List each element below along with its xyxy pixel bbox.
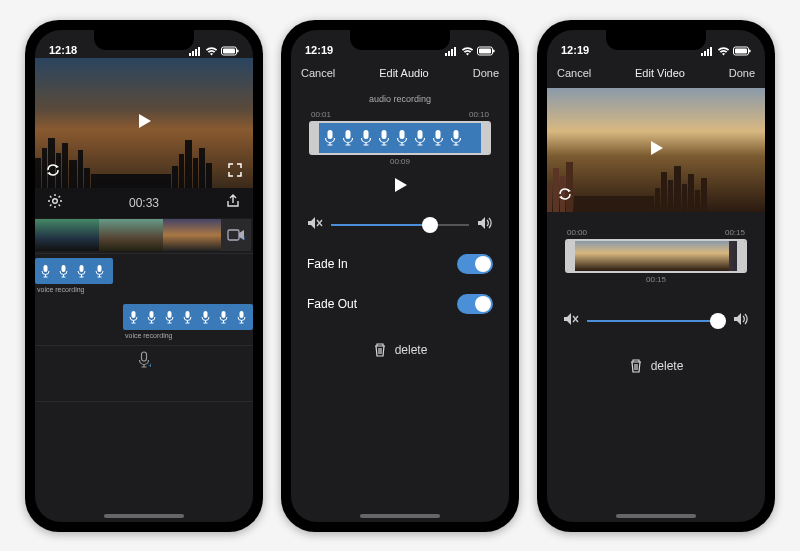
- trim-current-time: 00:09: [309, 155, 491, 166]
- mic-icon: [161, 310, 177, 324]
- skyline-art: [547, 158, 765, 212]
- video-trim-bar[interactable]: [565, 239, 747, 273]
- svg-rect-31: [735, 48, 747, 53]
- fade-out-row: Fade Out: [291, 284, 509, 324]
- clip-thumb[interactable]: [99, 219, 131, 251]
- cancel-button[interactable]: Cancel: [301, 67, 335, 79]
- add-audio-icon[interactable]: +: [35, 346, 253, 374]
- video-track[interactable]: +: [35, 218, 253, 254]
- share-icon[interactable]: [225, 193, 241, 212]
- notch: [94, 30, 194, 50]
- clip-thumb[interactable]: [195, 219, 221, 251]
- trash-icon: [373, 342, 387, 358]
- trim-start-time: 00:00: [567, 228, 587, 237]
- delete-label: delete: [651, 359, 684, 373]
- delete-button[interactable]: delete: [547, 340, 765, 392]
- audio-clip-2[interactable]: [123, 304, 253, 330]
- notch: [350, 30, 450, 50]
- mic-icon: [323, 129, 337, 147]
- mic-icon: [413, 129, 427, 147]
- delete-label: delete: [395, 343, 428, 357]
- duration-label: 00:33: [129, 196, 159, 210]
- done-button[interactable]: Done: [473, 67, 499, 79]
- play-icon[interactable]: [134, 111, 154, 135]
- trim-handle-left[interactable]: [567, 241, 575, 271]
- clip-thumb[interactable]: [35, 219, 67, 251]
- wifi-icon: [461, 46, 474, 56]
- mic-icon: [215, 310, 231, 324]
- loop-icon[interactable]: [553, 182, 577, 206]
- volume-max-icon[interactable]: [477, 216, 493, 234]
- svg-rect-28: [436, 130, 441, 139]
- delete-button[interactable]: delete: [291, 324, 509, 376]
- volume-slider[interactable]: [331, 224, 469, 226]
- timeline[interactable]: + voice recording: [35, 218, 253, 430]
- audio-clip-1-label: voice recording: [37, 286, 84, 293]
- home-indicator[interactable]: [360, 514, 440, 518]
- svg-rect-15: [221, 311, 225, 318]
- page-title: Edit Video: [635, 67, 685, 79]
- svg-rect-10: [131, 311, 135, 318]
- mic-icon: [341, 129, 355, 147]
- wifi-icon: [717, 46, 730, 56]
- trim-handle-right[interactable]: [481, 123, 489, 153]
- status-icons: [188, 46, 239, 56]
- svg-rect-32: [749, 49, 751, 52]
- volume-slider-row: [291, 202, 509, 244]
- mic-icon: [143, 310, 159, 324]
- mic-icon: [179, 310, 195, 324]
- play-icon[interactable]: [646, 138, 666, 162]
- audio-track-2-row[interactable]: voice recording: [35, 300, 253, 346]
- svg-rect-8: [79, 265, 83, 272]
- trim-handle-right[interactable]: [737, 241, 745, 271]
- svg-rect-1: [223, 48, 235, 53]
- status-icons: [700, 46, 751, 56]
- status-time: 12:19: [305, 44, 333, 56]
- battery-icon: [221, 46, 239, 56]
- volume-knob[interactable]: [710, 313, 726, 329]
- fullscreen-icon[interactable]: [223, 158, 247, 182]
- video-preview[interactable]: [35, 58, 253, 188]
- screen-edit-video: 12:19 Cancel Edit Video Done: [547, 30, 765, 522]
- frame-thumb: [619, 241, 641, 271]
- fade-in-toggle[interactable]: [457, 254, 493, 274]
- volume-knob[interactable]: [422, 217, 438, 233]
- trim-handle-left[interactable]: [311, 123, 319, 153]
- audio-track-1-row[interactable]: voice recording: [35, 254, 253, 300]
- video-preview[interactable]: [547, 88, 765, 212]
- mic-icon: [431, 129, 445, 147]
- done-button[interactable]: Done: [729, 67, 755, 79]
- svg-rect-7: [61, 265, 65, 272]
- audio-trim-bar[interactable]: [309, 121, 491, 155]
- clip-thumb[interactable]: [67, 219, 99, 251]
- frame-thumb: [575, 241, 597, 271]
- trim-current-time: 00:15: [565, 273, 747, 284]
- svg-text:+: +: [148, 361, 151, 369]
- volume-mute-icon[interactable]: [307, 216, 323, 234]
- mic-icon: [359, 129, 373, 147]
- audio-clip-1[interactable]: [35, 258, 113, 284]
- svg-rect-20: [479, 48, 491, 53]
- screen-edit-audio: 12:19 Cancel Edit Audio Done audio recor…: [291, 30, 509, 522]
- play-button[interactable]: [291, 168, 509, 202]
- add-video-icon[interactable]: +: [221, 219, 251, 251]
- home-indicator[interactable]: [616, 514, 696, 518]
- volume-slider[interactable]: [587, 320, 725, 322]
- volume-max-icon[interactable]: [733, 312, 749, 330]
- phone-2: 12:19 Cancel Edit Audio Done audio recor…: [281, 20, 519, 532]
- mic-icon: [37, 264, 53, 278]
- clip-thumb[interactable]: [131, 219, 163, 251]
- home-indicator[interactable]: [104, 514, 184, 518]
- trim-start-time: 00:01: [311, 110, 331, 119]
- svg-rect-26: [400, 130, 405, 139]
- clip-thumb[interactable]: [163, 219, 195, 251]
- trim-time-marks: 00:00 00:15: [565, 228, 747, 239]
- notch: [606, 30, 706, 50]
- loop-icon[interactable]: [41, 158, 65, 182]
- fade-out-toggle[interactable]: [457, 294, 493, 314]
- cancel-button[interactable]: Cancel: [557, 67, 591, 79]
- volume-mute-icon[interactable]: [563, 312, 579, 330]
- settings-icon[interactable]: [47, 193, 63, 212]
- wifi-icon: [205, 46, 218, 56]
- svg-rect-2: [237, 49, 239, 52]
